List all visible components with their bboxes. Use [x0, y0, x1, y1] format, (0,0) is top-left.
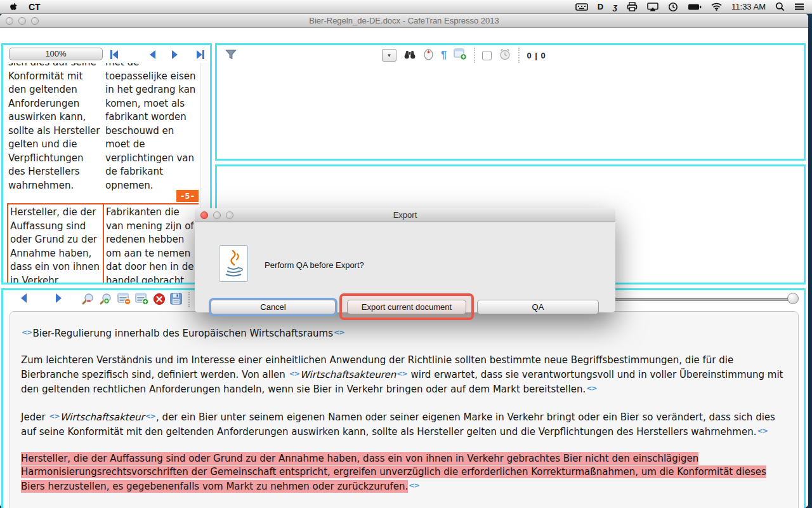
- zoom-out-icon[interactable]: [81, 293, 95, 309]
- previous-segment-button[interactable]: [148, 50, 158, 60]
- clock-time: 11:33 AM: [731, 2, 766, 11]
- new-window-icon[interactable]: [454, 48, 467, 63]
- close-document-icon[interactable]: [153, 293, 166, 308]
- tag-icon: <>: [333, 328, 344, 337]
- save-icon[interactable]: [170, 293, 182, 307]
- glossary-term: Wirtschaftsakteur: [60, 411, 145, 423]
- add-document-icon[interactable]: [135, 293, 149, 308]
- match-counter: 0 | 0: [527, 51, 546, 60]
- battery-icon[interactable]: [688, 3, 702, 11]
- tag-icon: <>: [289, 370, 300, 378]
- search-panel: ▼ ¶ 0 |: [215, 43, 806, 161]
- dialog-titlebar[interactable]: Export: [195, 208, 615, 222]
- keyboard-icon[interactable]: [575, 3, 588, 11]
- dialog-message: Perform QA before Export?: [265, 260, 364, 270]
- alarm-clock-icon[interactable]: [499, 48, 511, 63]
- d-status-icon[interactable]: D: [598, 2, 603, 11]
- wifi-icon[interactable]: [711, 3, 722, 11]
- document-heading: <>Bier-Regulierung innerhalb des Europäi…: [21, 326, 787, 340]
- export-dialog: Export Perform QA before Export? Cancel …: [195, 208, 615, 312]
- document-paragraph: Jeder <>Wirtschaftsakteur<>, der ein Bie…: [21, 410, 787, 439]
- toolbar-separator: [518, 48, 520, 63]
- airplay-icon[interactable]: [647, 3, 658, 11]
- source-cell[interactable]: sich dies auf seine Konformität mit den …: [7, 63, 104, 192]
- time-machine-icon[interactable]: [668, 2, 678, 12]
- translation-grid-panel: 100% sich dies auf seine Konformität mit…: [1, 43, 212, 284]
- tag-icon: <>: [48, 412, 60, 420]
- filter-icon[interactable]: [225, 49, 237, 63]
- formatting-marks-icon[interactable]: ¶: [441, 49, 447, 62]
- window-title: Bier-Regeln_de-DE.docx - CafeTran Espres…: [0, 16, 808, 25]
- tag-icon: <>: [586, 384, 597, 392]
- menubar: CT D ʒ 11:33 AM: [0, 0, 812, 14]
- zoom-in-icon[interactable]: [99, 293, 112, 309]
- dialog-title: Export: [195, 210, 615, 220]
- target-cell[interactable]: Fabrikanten die van mening zijn of reden…: [103, 203, 199, 283]
- search-toolbar: ▼ ¶ 0 |: [217, 45, 804, 64]
- tag-icon: <>: [756, 427, 768, 435]
- tag-icon: <>: [396, 370, 407, 378]
- toolbar-separator: [188, 292, 190, 307]
- glossary-term: Wirtschaftsakteuren: [300, 369, 396, 380]
- window-titlebar[interactable]: Bier-Regeln_de-DE.docx - CafeTran Espres…: [0, 14, 808, 28]
- spotlight-search-icon[interactable]: [775, 2, 785, 11]
- dialog-body: Perform QA before Export? Cancel Export …: [195, 222, 615, 312]
- segment-row-4[interactable]: sich dies auf seine Konformität mit den …: [7, 63, 199, 192]
- tag-icon: <>: [21, 328, 32, 337]
- toolbar-separator: [474, 48, 475, 63]
- document-paragraph: Zum leichteren Verständnis und im Intere…: [21, 354, 787, 396]
- next-segment-button[interactable]: [169, 50, 180, 60]
- cancel-button[interactable]: Cancel: [211, 300, 336, 314]
- document-editor-panel: <>Bier-Regulierung innerhalb des Europäi…: [1, 288, 806, 508]
- grid-zoom-control[interactable]: 100%: [9, 48, 103, 60]
- document-paragraph-highlighted: Hersteller, die der Auffassung sind oder…: [21, 452, 787, 493]
- remove-document-icon[interactable]: [117, 293, 131, 308]
- search-option-checkbox[interactable]: [482, 51, 492, 60]
- grid-viewport[interactable]: sich dies auf seine Konformität mit den …: [3, 63, 199, 283]
- desktop: CT D ʒ 11:33 AM: [0, 0, 812, 508]
- last-segment-button[interactable]: [195, 50, 206, 60]
- tag-icon: <>: [145, 412, 156, 420]
- tag-icon: <>: [408, 481, 419, 490]
- bolt-icon[interactable]: ʒ: [613, 2, 617, 11]
- segment-number-badge: -5-: [176, 190, 199, 202]
- next-page-button[interactable]: [54, 293, 63, 306]
- source-cell[interactable]: Hersteller, die der Auffassung sind oder…: [7, 203, 104, 283]
- apple-menu-icon[interactable]: [9, 1, 18, 12]
- target-cell[interactable]: met de toepasselijke eisen in het gedran…: [104, 63, 199, 192]
- export-current-document-button[interactable]: Export current document: [347, 300, 466, 314]
- mouse-icon[interactable]: [423, 48, 434, 63]
- document-preview[interactable]: <>Bier-Regulierung innerhalb des Europäi…: [10, 311, 799, 508]
- find-binoculars-icon[interactable]: [403, 49, 416, 62]
- notification-center-icon[interactable]: [794, 3, 804, 11]
- segment-row-5-active[interactable]: Hersteller, die der Auffassung sind oder…: [7, 203, 199, 283]
- app-menu-title[interactable]: CT: [29, 2, 41, 12]
- previous-page-button[interactable]: [19, 293, 29, 306]
- search-scope-dropdown[interactable]: ▼: [382, 49, 396, 62]
- printer-icon[interactable]: [627, 2, 638, 11]
- first-segment-button[interactable]: [109, 50, 119, 60]
- java-icon: [219, 245, 248, 282]
- qa-button[interactable]: QA: [477, 300, 599, 314]
- qa-highlight: Hersteller, die der Auffassung sind oder…: [21, 452, 766, 493]
- font-size-slider-knob[interactable]: [787, 293, 799, 304]
